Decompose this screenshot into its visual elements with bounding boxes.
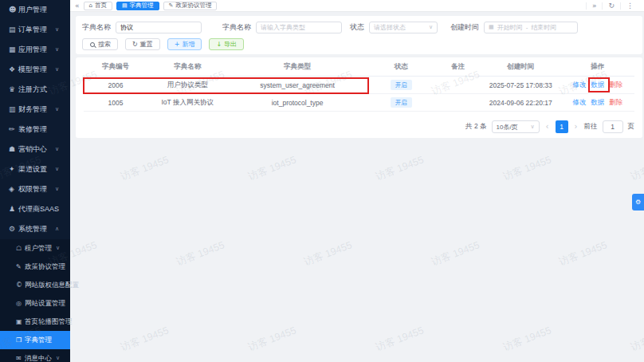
sidebar-subitem-policy-agreement[interactable]: ✎ 政策协议管理 — [0, 258, 70, 276]
refresh-icon[interactable]: ↻ — [602, 2, 620, 10]
dict-name-input[interactable] — [116, 22, 202, 33]
sidebar-item-permission-management[interactable]: ◈ 权限管理 ∨ — [0, 179, 70, 199]
sidebar-subitem-message-center[interactable]: ✉ 消息中心 ∨ — [0, 349, 70, 362]
policy-icon: ✎ — [169, 3, 174, 9]
delete-link[interactable]: 删除 — [609, 98, 622, 106]
sidebar-item-label: 系统管理 — [18, 224, 47, 234]
sidebar-item-channel-settings[interactable]: ✦ 渠道设置 ∨ — [0, 159, 70, 179]
created-time-label: 创建时间 — [450, 22, 479, 33]
tab-policy-agreement[interactable]: ✎ 政策协议管理 — [163, 2, 218, 10]
export-button[interactable]: ↓ 导出 — [209, 38, 244, 50]
date-range-picker[interactable]: ▦ 开始时间 - 结束时间 — [484, 22, 578, 33]
tab-label: 首页 — [95, 2, 107, 10]
export-button-label: 导出 — [224, 40, 237, 49]
message-icon: ✉ — [16, 356, 25, 362]
more-options-icon[interactable]: ⋮ — [620, 2, 639, 10]
table-header-row: 字典编号 字典名称 字典类型 状态 备注 创建时间 操作 — [84, 57, 634, 77]
sidebar-item-decoration-management[interactable]: ✏ 装修管理 — [0, 120, 70, 140]
sidebar-item-marketing-center[interactable]: ☗ 营销中心 ∨ — [0, 140, 70, 159]
lock-icon: ◈ — [9, 186, 18, 193]
crown-icon: ♛ — [9, 86, 18, 93]
sidebar-item-label: 应用管理 — [18, 45, 47, 55]
sidebar-subitem-dictionary-management[interactable]: ❒ 字典管理 — [0, 331, 70, 349]
sidebar-item-label: 代理商SAAS — [18, 204, 59, 214]
sidebar-subitem-site-settings[interactable]: ◎ 网站设置管理 — [0, 294, 70, 313]
search-buttons: 搜索 ↻ 重置 + 新增 ↓ 导出 — [82, 38, 244, 50]
chevron-up-icon: ∧ — [55, 226, 65, 232]
search-button-label: 搜索 — [98, 40, 111, 49]
sidebar-item-app-management[interactable]: ▦ 应用管理 ∨ — [0, 40, 70, 60]
cell-created: 2024-09-06 22:20:17 — [481, 99, 560, 107]
reset-button[interactable]: ↻ 重置 — [125, 38, 160, 50]
pagination-total: 共 2 条 — [465, 122, 486, 132]
sidebar-item-finance-management[interactable]: ▥ 财务管理 ∨ — [0, 100, 70, 120]
sidebar-item-user-management[interactable]: ☻ 用户管理 — [0, 0, 70, 20]
calendar-icon: ▦ — [489, 25, 494, 30]
goto-label: 前往 — [584, 122, 598, 132]
expand-icon[interactable]: » — [586, 2, 603, 10]
sidebar-subitem-tenant-management[interactable]: ☖ 租户管理 ∨ — [0, 239, 70, 258]
edit-link[interactable]: 修改 — [572, 81, 586, 89]
tab-label: 字典管理 — [130, 2, 154, 10]
sidebar-item-model-management[interactable]: ❖ 模型管理 ∨ — [0, 60, 70, 80]
chevron-down-icon: ∨ — [55, 167, 65, 172]
sidebar-item-register-method[interactable]: ♛ 注册方式 — [0, 80, 70, 100]
delete-link[interactable]: 删除 — [609, 81, 622, 89]
dict-type-input[interactable] — [256, 22, 342, 33]
add-button[interactable]: + 新增 — [167, 38, 202, 50]
chevron-down-icon: ∨ — [56, 246, 65, 251]
tab-dictionary-management[interactable]: ▤ 字典管理 — [116, 2, 159, 10]
column-header-remark: 备注 — [435, 62, 481, 72]
page-size-select[interactable]: 10条/页 ∨ — [492, 120, 540, 133]
system-management-submenu: ☖ 租户管理 ∨ ✎ 政策协议管理 © 网站版权信息配置 ◎ 网站设置管理 ▣ … — [0, 239, 70, 362]
cell-dict-id: 1005 — [84, 99, 147, 107]
sidebar-subitem-banner-management[interactable]: ▣ 首页轮播图管理 — [0, 313, 70, 331]
sidebar-subitem-label: 消息中心 — [25, 354, 52, 362]
column-header-actions: 操作 — [560, 62, 634, 72]
tenant-icon: ☖ — [16, 246, 25, 252]
add-button-label: 新增 — [182, 40, 194, 49]
sidebar-subitem-copyright-config[interactable]: © 网站版权信息配置 — [0, 276, 70, 294]
status-label: 状态 — [350, 22, 364, 33]
column-header-dict-id: 字典编号 — [84, 62, 147, 72]
banner-icon: ▣ — [16, 319, 25, 325]
marketing-icon: ☗ — [9, 146, 18, 153]
tab-home[interactable]: ⌂ 首页 — [84, 2, 112, 10]
sidebar-subitem-label: 字典管理 — [25, 336, 52, 345]
status-select[interactable]: 请选择状态 ∨ — [369, 22, 438, 33]
theme-settings-fab[interactable]: ⚙ — [632, 194, 644, 211]
date-start-placeholder: 开始时间 — [497, 23, 523, 32]
prev-page-icon[interactable]: ‹ — [544, 123, 551, 131]
order-icon: ▤ — [9, 26, 18, 33]
data-link[interactable]: 数据 — [591, 81, 604, 89]
tab-bar: « ⌂ 首页 ▤ 字典管理 ✎ 政策协议管理 » ↻ ⋮ — [70, 0, 644, 12]
reset-button-label: 重置 — [140, 40, 153, 49]
column-header-dict-type: 字典类型 — [227, 62, 367, 72]
dictionary-icon: ❒ — [16, 337, 25, 344]
next-page-icon[interactable]: › — [573, 123, 579, 131]
date-separator: - — [526, 24, 528, 31]
page-number-button[interactable]: 1 — [556, 120, 568, 133]
search-button[interactable]: 搜索 — [82, 38, 118, 50]
status-badge: 开启 — [391, 80, 412, 90]
goto-page-input[interactable] — [603, 120, 623, 133]
sidebar-item-agent-saas[interactable]: ♟ 代理商SAAS — [0, 199, 70, 219]
globe-icon: ◎ — [16, 301, 25, 307]
sidebar-item-label: 装修管理 — [18, 124, 47, 135]
collapse-sidebar-icon[interactable]: « — [75, 2, 80, 10]
edit-link[interactable]: 修改 — [572, 98, 586, 106]
agent-icon: ♟ — [9, 206, 18, 213]
model-icon: ❖ — [9, 66, 18, 73]
user-icon: ☻ — [9, 6, 18, 14]
chevron-down-icon: ∨ — [55, 67, 65, 73]
cell-actions: 修改数据删除 — [560, 81, 634, 90]
search-icon — [89, 41, 96, 48]
sidebar-item-order-management[interactable]: ▤ 订单管理 ∨ — [0, 20, 70, 40]
search-card: 字典名称 字典名称 状态 请选择状态 ∨ 创建时间 ▦ 开始时间 - 结束时间 — [76, 16, 642, 54]
sidebar-item-system-management[interactable]: ⚙ 系统管理 ∧ — [0, 219, 70, 239]
tabbar-tools: » ↻ ⋮ — [586, 0, 639, 11]
sidebar-item-label: 注册方式 — [18, 85, 47, 95]
data-link[interactable]: 数据 — [591, 98, 604, 106]
plus-icon: + — [175, 41, 180, 48]
status-select-placeholder: 请选择状态 — [374, 23, 406, 32]
